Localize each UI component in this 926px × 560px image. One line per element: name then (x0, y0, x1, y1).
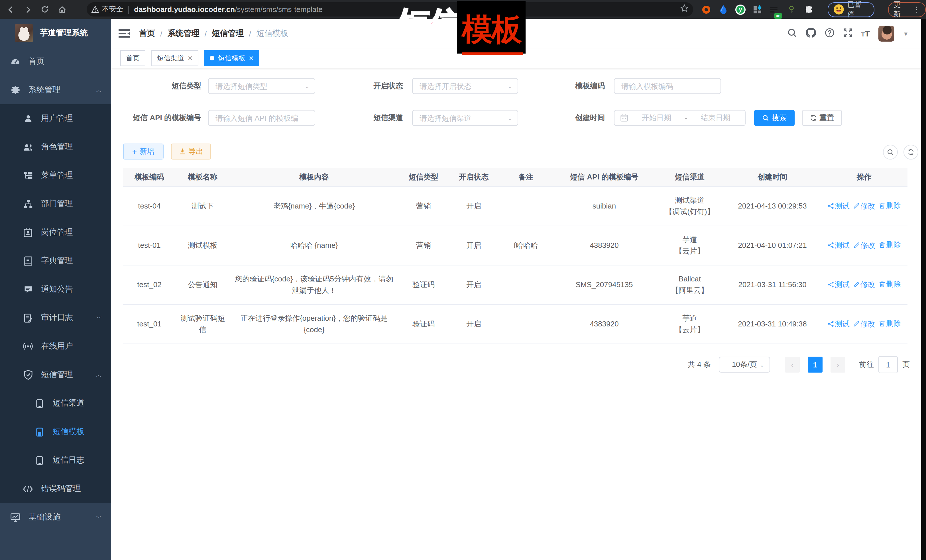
sidebar-item-audit[interactable]: 审计日志 ﹀ (0, 303, 111, 332)
browser-menu-icon[interactable]: ⋮ (913, 6, 920, 12)
chevron-down-icon: ⌄ (760, 361, 764, 368)
reset-button[interactable]: 重置 (802, 110, 842, 126)
browser-reload-button[interactable] (36, 0, 54, 19)
sidebar-item-home[interactable]: 首页 (0, 47, 111, 76)
goto-page-input[interactable]: 1 (878, 356, 898, 373)
phone-icon (34, 427, 44, 437)
home-icon (57, 5, 67, 14)
user-avatar[interactable] (878, 26, 894, 42)
fullscreen-icon[interactable] (843, 28, 853, 39)
channel-select-input[interactable] (418, 113, 512, 123)
col-header-api-id: 短信 API 的模板编号 (553, 168, 655, 186)
avatar-caret-icon[interactable]: ▼ (903, 30, 909, 37)
edit-link[interactable]: 修改 (853, 318, 875, 329)
sidebar-toggle-button[interactable] (116, 26, 132, 42)
edit-link[interactable]: 修改 (853, 200, 875, 211)
bookmark-star-icon[interactable] (680, 4, 689, 15)
channel-select[interactable]: ⌄ (412, 110, 518, 126)
date-range-picker[interactable]: 开始日期 - 结束日期 (614, 110, 746, 126)
extension-drop-icon[interactable] (718, 4, 728, 15)
trash-icon (879, 242, 885, 248)
sidebar-item-label: 岗位管理 (41, 227, 73, 237)
divider (128, 5, 129, 14)
delete-link[interactable]: 删除 (879, 239, 901, 251)
status-select-input[interactable] (418, 81, 512, 91)
tag-sms-channel[interactable]: 短信渠道✕ (151, 50, 198, 66)
test-link[interactable]: 测试 (828, 279, 850, 290)
delete-link[interactable]: 删除 (879, 279, 901, 290)
sidebar-item-sms[interactable]: 短信管理 ︿ (0, 361, 111, 389)
end-date-placeholder[interactable]: 结束日期 (692, 113, 739, 123)
profile-paused-badge[interactable]: 已暂停 (828, 2, 874, 17)
sidebar-item-menu[interactable]: 菜单管理 (0, 161, 111, 190)
browser-forward-button[interactable] (20, 0, 36, 19)
breadcrumb-current: 短信模板 (256, 29, 288, 39)
breadcrumb-home[interactable]: 首页 (139, 29, 155, 39)
test-link[interactable]: 测试 (828, 200, 850, 211)
start-date-placeholder[interactable]: 开始日期 (633, 113, 680, 123)
delete-link[interactable]: 删除 (879, 318, 901, 329)
delete-link[interactable]: 删除 (879, 200, 901, 211)
breadcrumb-system[interactable]: 系统管理 (168, 29, 200, 39)
sidebar-item-online[interactable]: 在线用户 (0, 332, 111, 361)
address-bar[interactable]: 不安全 dashboard.yudao.iocoder.cn/system/sm… (86, 2, 693, 17)
header-search-icon[interactable] (787, 28, 797, 39)
template-code-input-wrap[interactable] (614, 78, 721, 94)
edit-icon (853, 203, 859, 209)
next-page-button[interactable]: › (831, 357, 845, 373)
edit-link[interactable]: 修改 (853, 240, 875, 251)
search-button[interactable]: 搜索 (754, 110, 794, 126)
export-button[interactable]: 导出 (171, 143, 211, 160)
test-link[interactable]: 测试 (828, 240, 850, 251)
sidebar-item-post[interactable]: 岗位管理 (0, 218, 111, 247)
sidebar-item-user[interactable]: 用户管理 (0, 104, 111, 133)
breadcrumb-sms[interactable]: 短信管理 (212, 29, 244, 39)
page-size-select[interactable]: 10条/页 ⌄ (719, 357, 770, 373)
edit-link[interactable]: 修改 (853, 279, 875, 290)
font-size-icon[interactable]: TT (861, 29, 870, 39)
sidebar-item-sms-log[interactable]: 短信日志 (0, 446, 111, 474)
sidebar-item-system[interactable]: 系统管理 ︿ (0, 76, 111, 104)
reset-button-label: 重置 (819, 113, 834, 123)
sms-type-select[interactable]: ⌄ (208, 78, 315, 94)
app-logo-row[interactable]: 芋道管理系统 (0, 19, 111, 47)
extension-grid-icon[interactable] (752, 4, 763, 15)
extension-orange-icon[interactable] (701, 4, 712, 15)
template-code-input[interactable] (620, 81, 715, 91)
sidebar-item-notice[interactable]: 通知公告 (0, 275, 111, 303)
sidebar-item-infra[interactable]: 基础设施 ﹀ (0, 503, 111, 531)
main-area: 首页/ 系统管理/ 短信管理/ 短信模板 TT ▼ 首页 短信渠道✕ 短信模板✕ (111, 19, 921, 560)
sidebar-item-sms-channel[interactable]: 短信渠道 (0, 389, 111, 418)
extensions-puzzle-icon[interactable] (803, 4, 814, 15)
refresh-table-button[interactable] (903, 145, 918, 160)
tag-home[interactable]: 首页 (120, 50, 145, 66)
on-badge: on (775, 13, 782, 18)
test-link[interactable]: 测试 (828, 318, 850, 329)
browser-back-button[interactable] (2, 0, 20, 19)
browser-home-button[interactable] (53, 0, 70, 19)
status-select[interactable]: ⌄ (412, 78, 518, 94)
sidebar-item-errcode[interactable]: 错误码管理 (0, 474, 111, 503)
sms-template-table: 模板编码 模板名称 模板内容 短信类型 开启状态 备注 短信 API 的模板编号… (123, 168, 908, 344)
show-search-toggle-button[interactable] (883, 145, 898, 160)
page-1-button[interactable]: 1 (808, 357, 823, 373)
github-icon[interactable] (805, 27, 816, 40)
prev-page-button[interactable]: ‹ (785, 357, 800, 373)
api-template-id-input-wrap[interactable] (208, 110, 315, 126)
api-template-id-input[interactable] (214, 113, 309, 123)
sidebar-item-dict[interactable]: 字典管理 (0, 247, 111, 275)
tag-sms-template[interactable]: 短信模板✕ (204, 50, 259, 66)
extension-tabs-on-icon[interactable]: on (770, 4, 780, 15)
add-button[interactable]: + 新增 (123, 143, 163, 160)
browser-update-button[interactable]: 更新 ⋮ (888, 2, 926, 17)
sidebar-item-sms-template[interactable]: 短信模板 (0, 418, 111, 446)
sidebar-item-dept[interactable]: 部门管理 (0, 190, 111, 218)
sidebar-item-role[interactable]: 角色管理 (0, 133, 111, 161)
extension-key-icon[interactable] (787, 4, 797, 15)
sms-type-select-input[interactable] (214, 81, 309, 91)
filter-sms-type: 短信类型 ⌄ (123, 78, 315, 94)
extension-y-icon[interactable]: y (735, 4, 746, 15)
close-icon[interactable]: ✕ (188, 54, 193, 62)
help-icon[interactable] (825, 28, 835, 39)
close-icon[interactable]: ✕ (248, 54, 254, 62)
